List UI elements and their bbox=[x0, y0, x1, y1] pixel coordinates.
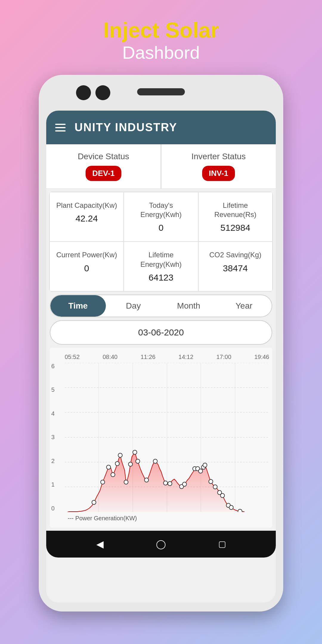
inverter-status-label: Inverter Status bbox=[167, 152, 270, 161]
x-label-4: 17:00 bbox=[216, 354, 231, 360]
stat-label-2: Lifetime Revenue(Rs) bbox=[203, 201, 268, 219]
phone-bottom-nav: ◀ ◯ ▢ bbox=[46, 531, 276, 558]
stat-card-4: Lifetime Energy(Kwh) 64123 bbox=[124, 242, 198, 291]
stats-grid: Plant Capacity(Kw) 42.24 Today's Energy(… bbox=[49, 192, 273, 292]
stat-label-1: Today's Energy(Kwh) bbox=[129, 201, 193, 219]
svg-point-28 bbox=[213, 485, 217, 489]
stat-card-1: Today's Energy(Kwh) 0 bbox=[124, 192, 198, 242]
chart-container: 05:52 08:40 11:26 14:12 17:00 19:46 0 1 … bbox=[50, 348, 272, 528]
x-label-0: 05:52 bbox=[65, 354, 80, 360]
chart-y-labels: 0 1 2 3 4 5 6 bbox=[51, 363, 55, 512]
y-label-6: 6 bbox=[51, 363, 55, 370]
stat-value-1: 0 bbox=[129, 223, 193, 233]
stat-value-3: 0 bbox=[54, 263, 119, 273]
device-status-label: Device Status bbox=[52, 152, 155, 161]
menu-button[interactable] bbox=[55, 124, 66, 131]
tab-day[interactable]: Day bbox=[106, 295, 161, 317]
recents-button[interactable]: ▢ bbox=[218, 539, 226, 549]
y-label-4: 4 bbox=[51, 410, 55, 417]
svg-point-23 bbox=[182, 482, 187, 486]
dashbord-subtitle: Dashbord bbox=[103, 42, 219, 63]
svg-point-37 bbox=[111, 473, 115, 477]
svg-point-24 bbox=[203, 463, 207, 467]
stat-value-5: 38474 bbox=[203, 263, 268, 273]
status-section: Device Status DEV-1 Inverter Status INV-… bbox=[46, 144, 276, 189]
stat-card-2: Lifetime Revenue(Rs) 512984 bbox=[198, 192, 273, 242]
y-label-0: 0 bbox=[51, 505, 55, 512]
tab-bar: Time Day Month Year bbox=[50, 295, 272, 317]
svg-point-26 bbox=[220, 493, 225, 498]
tab-month[interactable]: Month bbox=[161, 295, 216, 317]
svg-point-17 bbox=[106, 465, 111, 469]
x-label-3: 14:12 bbox=[179, 354, 193, 360]
phone-top bbox=[46, 84, 276, 108]
stat-card-0: Plant Capacity(Kw) 42.24 bbox=[49, 192, 124, 242]
app-title: UNITY INDUSTRY bbox=[75, 121, 177, 134]
inject-solar-title: Inject Solar bbox=[103, 18, 219, 42]
stat-value-2: 512984 bbox=[203, 223, 268, 233]
hamburger-line-3 bbox=[55, 130, 66, 131]
svg-point-12 bbox=[133, 450, 137, 454]
tab-year[interactable]: Year bbox=[216, 295, 272, 317]
stat-card-3: Current Power(Kw) 0 bbox=[49, 242, 124, 291]
svg-point-15 bbox=[163, 481, 168, 485]
y-label-2: 2 bbox=[51, 458, 55, 465]
y-label-1: 1 bbox=[51, 481, 55, 488]
stat-card-5: CO2 Saving(Kg) 38474 bbox=[198, 242, 273, 291]
phone-screen: UNITY INDUSTRY Device Status DEV-1 Inver… bbox=[46, 111, 276, 603]
svg-point-36 bbox=[115, 462, 120, 466]
y-label-5: 5 bbox=[51, 386, 55, 393]
app-header: UNITY INDUSTRY bbox=[46, 111, 276, 144]
phone-frame: UNITY INDUSTRY Device Status DEV-1 Inver… bbox=[39, 75, 283, 612]
svg-point-14 bbox=[145, 478, 149, 482]
svg-point-19 bbox=[92, 500, 96, 504]
x-label-5: 19:46 bbox=[254, 354, 269, 360]
stat-label-0: Plant Capacity(Kw) bbox=[54, 201, 119, 210]
hamburger-line-2 bbox=[55, 127, 66, 128]
svg-point-35 bbox=[124, 480, 128, 484]
svg-point-33 bbox=[136, 459, 140, 463]
camera-right bbox=[95, 85, 110, 100]
power-chart bbox=[65, 363, 269, 512]
inverter-status-col: Inverter Status INV-1 bbox=[161, 144, 276, 188]
chart-legend: --- Power Generation(KW) bbox=[65, 515, 269, 522]
chart-x-labels: 05:52 08:40 11:26 14:12 17:00 19:46 bbox=[65, 354, 269, 363]
device-badge[interactable]: DEV-1 bbox=[86, 166, 121, 181]
svg-point-30 bbox=[229, 505, 233, 510]
svg-point-13 bbox=[153, 459, 157, 463]
home-button[interactable]: ◯ bbox=[156, 539, 166, 549]
svg-point-18 bbox=[101, 480, 105, 484]
inverter-badge[interactable]: INV-1 bbox=[202, 166, 235, 181]
stat-label-5: CO2 Saving(Kg) bbox=[203, 250, 268, 259]
selected-date: 03-06-2020 bbox=[138, 327, 184, 337]
stat-value-0: 42.24 bbox=[54, 213, 119, 224]
x-label-2: 11:26 bbox=[140, 354, 155, 360]
svg-point-34 bbox=[129, 462, 133, 466]
svg-point-27 bbox=[209, 479, 213, 484]
tab-time[interactable]: Time bbox=[50, 295, 106, 317]
svg-point-16 bbox=[118, 453, 122, 457]
camera-left bbox=[76, 85, 91, 100]
device-status-col: Device Status DEV-1 bbox=[46, 144, 161, 188]
date-selector[interactable]: 03-06-2020 bbox=[50, 320, 272, 345]
svg-point-32 bbox=[168, 482, 172, 486]
hamburger-line-1 bbox=[55, 124, 66, 125]
stat-label-4: Lifetime Energy(Kwh) bbox=[129, 250, 193, 269]
stat-value-4: 64123 bbox=[129, 273, 193, 283]
page-header: Inject Solar Dashbord bbox=[103, 0, 219, 75]
stat-label-3: Current Power(Kw) bbox=[54, 250, 119, 259]
svg-point-39 bbox=[199, 469, 203, 473]
x-label-1: 08:40 bbox=[103, 354, 117, 360]
back-button[interactable]: ◀ bbox=[96, 538, 104, 550]
phone-speaker bbox=[137, 88, 185, 95]
svg-point-31 bbox=[238, 509, 242, 512]
y-label-3: 3 bbox=[51, 434, 55, 441]
chart-area: 0 1 2 3 4 5 6 bbox=[65, 363, 269, 512]
